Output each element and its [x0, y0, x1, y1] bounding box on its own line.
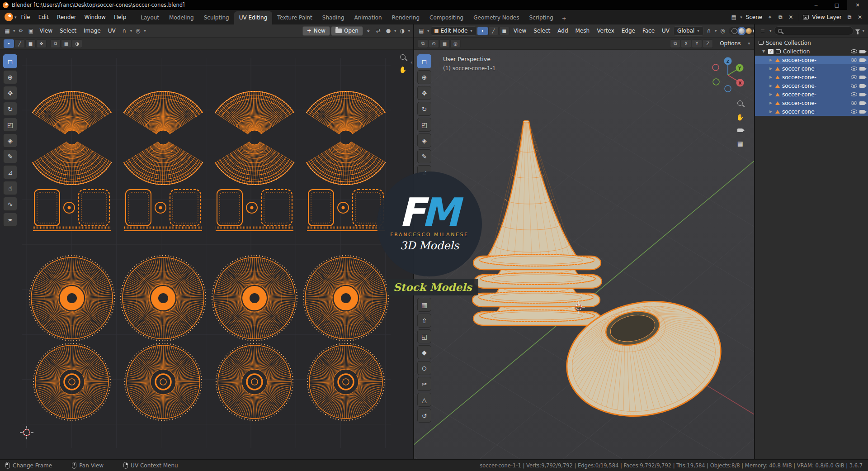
workspace-tab-shading[interactable]: Shading	[317, 11, 349, 24]
solid-shading-icon[interactable]	[739, 28, 745, 34]
menu-help[interactable]: Help	[110, 12, 130, 22]
blender-menu-icon[interactable]	[5, 13, 13, 21]
uv-snap-magnet-icon[interactable]: ∩	[120, 26, 129, 35]
gizmo-neg-x-axis[interactable]	[712, 64, 719, 71]
disable-render-toggle[interactable]	[859, 50, 865, 53]
workspace-tab-geometry-nodes[interactable]: Geometry Nodes	[468, 11, 524, 24]
outliner-search-input[interactable]	[785, 28, 850, 34]
open-image-button[interactable]: Open	[331, 26, 363, 36]
outliner-row-scene-collection[interactable]: Scene Collection	[755, 38, 868, 47]
mirror-icon[interactable]: ⧉	[670, 39, 680, 48]
pinch-tool[interactable]: ≍	[3, 213, 17, 227]
uv-editor-type-icon[interactable]: ▦	[3, 26, 12, 35]
workspace-tab-animation[interactable]: Animation	[349, 11, 387, 24]
workspace-tab-uv-editing[interactable]: UV Editing	[234, 11, 273, 24]
xray-toggle-button[interactable]: ▦	[439, 39, 450, 48]
hide-viewport-toggle[interactable]	[851, 109, 857, 114]
navigation-gizmo[interactable]: Z Y X	[707, 54, 749, 96]
minimize-button[interactable]: ─	[806, 0, 826, 10]
menu-window[interactable]: Window	[80, 12, 110, 22]
edge-select-button[interactable]: ╱	[488, 27, 499, 35]
viewport-canvas[interactable]: User Perspective (1) soccer-cone-1-1 ◻ ⊕…	[414, 50, 754, 459]
uv-menu-uv[interactable]: UV	[105, 26, 119, 35]
maximize-button[interactable]: □	[826, 0, 847, 10]
collapse-panel-icon[interactable]: ‹	[410, 59, 413, 66]
disclosure-icon[interactable]: ▶	[769, 67, 773, 71]
uv-menu-select[interactable]: Select	[57, 26, 80, 35]
scale-tool[interactable]: ◰	[3, 118, 17, 132]
add-cube-tool[interactable]: ▦	[417, 298, 431, 312]
options-menu[interactable]: Options	[717, 39, 744, 48]
zoom-icon[interactable]	[400, 54, 406, 60]
pan-hand-icon[interactable]: ✋	[399, 66, 407, 73]
outliner-editor-type-icon[interactable]: ≡	[758, 26, 767, 35]
uv-select-face-button[interactable]: ■	[25, 39, 36, 48]
uv-display-sphere-icon[interactable]: ●	[384, 26, 393, 35]
knife-tool[interactable]: ✂	[417, 377, 431, 391]
pan-hand-icon[interactable]: ✋	[736, 114, 744, 121]
uv-proportional-edit-icon[interactable]: ◎	[133, 26, 142, 35]
add-workspace-button[interactable]: +	[558, 13, 570, 24]
uv-menu-image[interactable]: Image	[80, 26, 104, 35]
menu-render[interactable]: Render	[53, 12, 80, 22]
vp-menu-face[interactable]: Face	[639, 26, 658, 35]
uv-select-edge-button[interactable]: ╱	[14, 39, 25, 48]
outliner-row-object[interactable]: ▶ soccer-cone-	[755, 81, 868, 90]
disclosure-icon[interactable]: ▶	[769, 101, 773, 105]
hide-viewport-toggle[interactable]	[851, 67, 857, 71]
uv-swap-icon[interactable]: ⇄	[374, 26, 383, 35]
workspace-tab-sculpting[interactable]: Sculpting	[199, 11, 234, 24]
uv-stretch-button[interactable]: ◑	[72, 39, 82, 48]
disable-render-toggle[interactable]	[859, 67, 865, 71]
annotate-tool[interactable]: ✎	[3, 149, 17, 163]
uv-select-island-button[interactable]: ❖	[36, 39, 47, 48]
uv-canvas[interactable]: ◻ ⊕ ✥ ↻ ◰ ◈ ✎ ⊿ ☝ ∿ ≍ ✋ ‹	[0, 50, 413, 459]
uv-sticky-select-icon[interactable]: ▣	[27, 26, 36, 35]
hide-viewport-toggle[interactable]	[851, 75, 857, 79]
relax-tool[interactable]: ∿	[3, 197, 17, 211]
hide-viewport-toggle[interactable]	[851, 58, 857, 62]
select-box-tool[interactable]: ◻	[417, 54, 431, 68]
disable-render-toggle[interactable]	[859, 58, 865, 62]
vp-menu-mesh[interactable]: Mesh	[572, 26, 593, 35]
pin-scene-icon[interactable]: ⌖	[765, 13, 774, 22]
disable-render-toggle[interactable]	[859, 84, 865, 88]
transform-orientation-selector[interactable]: Global ▾	[674, 26, 703, 36]
measure-tool[interactable]: ⊿	[3, 165, 17, 179]
disclosure-icon[interactable]: ▶	[769, 92, 773, 96]
vp-menu-select[interactable]: Select	[530, 26, 553, 35]
vertex-select-button[interactable]: •	[477, 27, 488, 35]
gizmo-neg-y-axis[interactable]	[713, 79, 719, 85]
workspace-tab-layout[interactable]: Layout	[136, 11, 164, 24]
cursor-tool[interactable]: ⊕	[3, 70, 17, 84]
uv-brush-icon[interactable]: ✏	[17, 26, 26, 35]
vp-menu-edge[interactable]: Edge	[618, 26, 638, 35]
gizmo-toggle-button[interactable]: ⊙	[429, 39, 439, 48]
outliner-row-object[interactable]: ▶ soccer-cone-	[755, 73, 868, 81]
bevel-tool[interactable]: ◆	[417, 345, 431, 359]
uv-display-channels-icon[interactable]: ◑	[397, 26, 406, 35]
uv-overlay-button[interactable]: ⧉	[50, 39, 61, 48]
overlays-toggle-button[interactable]: ◎	[450, 39, 461, 48]
collection-checkbox[interactable]: ✓	[768, 49, 774, 54]
mirror-z-button[interactable]: Z	[703, 39, 713, 48]
outliner-row-object[interactable]: ▶ soccer-cone-	[755, 64, 868, 73]
vp-menu-add[interactable]: Add	[554, 26, 571, 35]
menu-file[interactable]: File	[17, 12, 34, 22]
uv-grid-button[interactable]: ▦	[61, 39, 71, 48]
vp-menu-uv[interactable]: UV	[659, 26, 673, 35]
snap-magnet-icon[interactable]: ∩	[704, 26, 713, 35]
outliner-search[interactable]	[774, 26, 854, 35]
annotate-tool[interactable]: ✎	[417, 149, 431, 163]
close-button[interactable]: ✕	[847, 0, 868, 10]
transform-tool[interactable]: ◈	[3, 133, 17, 147]
hide-viewport-toggle[interactable]	[851, 84, 857, 88]
mirror-x-button[interactable]: X	[681, 39, 691, 48]
hide-viewport-toggle[interactable]	[851, 101, 857, 105]
scene-selector[interactable]: Scene	[744, 13, 764, 21]
uv-select-vertex-button[interactable]: •	[4, 39, 14, 48]
disclosure-icon[interactable]: ▶	[769, 58, 773, 62]
vp-menu-view[interactable]: View	[510, 26, 529, 35]
uv-pin-icon[interactable]: ⌖	[364, 26, 373, 35]
outliner-row-object[interactable]: ▶ soccer-cone-	[755, 56, 868, 64]
